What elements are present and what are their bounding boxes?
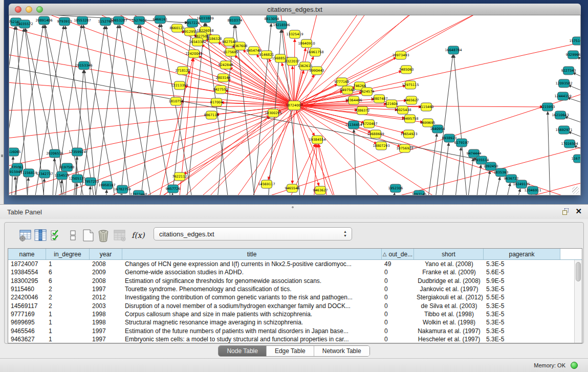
graph-node[interactable]: 17016504 [561,140,578,148]
table-cell[interactable]: Franke et al. (2009) [414,269,484,276]
table-cell[interactable]: 5.3E-5 [484,286,560,293]
table-cell[interactable]: 1998 [90,311,122,318]
graph-node[interactable]: 9197588 [60,163,75,171]
table-cell[interactable]: 6 [46,269,90,276]
graph-node[interactable]: 621604 [385,100,398,108]
table-row[interactable]: 1456911722003Disruption of a novel membe… [8,301,574,310]
graph-node[interactable]: 2367608 [233,42,248,50]
table-cell[interactable]: Estimation of significance thresholds fo… [122,277,382,285]
graph-hub-node[interactable]: 18724007 [286,101,302,110]
graph-node[interactable]: 8990443 [310,67,324,75]
graph-node[interactable]: 16720407 [360,120,377,128]
graph-node[interactable]: 917004 [210,98,223,106]
column-header-pagerank[interactable]: pagerank [484,249,560,259]
table-cell[interactable]: 5.5E-5 [484,294,560,301]
table-cell[interactable]: 0 [382,311,414,318]
tab-network-table[interactable]: Network Table [314,346,369,356]
table-cell[interactable]: 0 [382,269,414,276]
graph-node[interactable]: 9242848 [219,61,233,69]
network-canvas[interactable]: 7521609140355722089140697939131055328711… [9,15,580,195]
table-cell[interactable]: Investigating the contribution of common… [122,294,382,301]
close-panel-icon[interactable]: ✕ [575,207,582,216]
graph-node[interactable]: 9777169 [335,78,350,86]
table-cell[interactable]: 9115460 [8,286,46,293]
table-cell[interactable]: 2 [46,302,90,310]
table-cell[interactable]: 1997 [90,327,122,335]
table-cell[interactable]: 2 [46,286,90,293]
graph-node[interactable]: 20153346 [75,61,92,70]
table-cell[interactable]: 5.9E-5 [484,277,560,285]
table-cell[interactable]: 18300295 [8,277,46,285]
table-cell[interactable]: 5.3E-5 [484,327,560,335]
table-cell[interactable]: 2008 [90,277,122,285]
memory-status-icon[interactable] [571,362,578,369]
table-cell[interactable]: 5.3E-5 [484,336,560,343]
graph-node[interactable]: 9465546 [285,184,300,192]
column-header-title[interactable]: title [122,249,382,259]
graph-node[interactable]: 9793913 [57,17,72,26]
column-select-icon[interactable] [34,229,47,242]
graph-node[interactable]: 20891406 [35,16,52,25]
table-cell[interactable]: Nakamura et al. (1997) [414,327,484,335]
table-cell[interactable]: 2012 [90,294,122,301]
table-cell[interactable]: 5.3E-5 [484,302,560,310]
table-cell[interactable]: 18724007 [8,260,46,268]
table-cell[interactable]: 0 [382,294,414,301]
graph-node[interactable]: 8186328 [207,35,222,43]
table-cell[interactable]: Wolkin et al. (1998) [414,319,484,326]
table-settings-icon[interactable] [19,229,32,242]
graph-node[interactable]: 3624574 [360,87,375,96]
table-cell[interactable]: 0 [382,327,414,335]
table-cell[interactable]: 5.3E-5 [484,319,560,326]
table-cell[interactable]: 9777169 [8,311,46,318]
table-cell[interactable]: 1 [46,260,90,268]
table-row[interactable]: 946362711997Embryonic stem cells: a mode… [8,335,574,343]
graph-node[interactable]: 6179197 [454,139,469,147]
table-cell[interactable]: 1 [46,336,90,343]
graph-node[interactable]: 9465627 [404,96,419,104]
graph-node[interactable]: 12093582 [555,79,572,87]
table-cell[interactable]: Yano et al. (2008) [414,260,484,268]
scrollbar-thumb[interactable] [576,262,581,281]
table-cell[interactable]: Genome-wide association studies in ADHD. [122,269,382,276]
table-cell[interactable]: 14569117 [8,302,46,310]
table-cell[interactable]: Disruption of a novel member of a sodium… [122,302,382,310]
table-cell[interactable]: 0 [382,336,414,343]
table-cell[interactable]: 2003 [90,302,122,310]
table-cell[interactable]: 1 [46,311,90,318]
table-cell[interactable]: Changes of HCN gene expression and I(f) … [122,260,382,268]
table-row[interactable]: 946554611997Estimation of the future num… [8,326,574,335]
graph-node[interactable]: 1154519 [55,171,70,180]
table-cell[interactable]: Structural magnetic resonance image aver… [122,319,382,326]
table-cell[interactable]: 0 [382,319,414,326]
delete-table-icon[interactable] [97,229,110,242]
column-header-short[interactable]: short [414,249,484,259]
table-cell[interactable]: Stergiakouli et al. (2012) [414,294,484,301]
table-cell[interactable]: 1997 [90,286,122,293]
table-row[interactable]: 2242004622012Investigating the contribut… [8,293,574,301]
tab-node-table[interactable]: Node Table [219,346,267,356]
table-cell[interactable]: 9463627 [8,336,46,343]
table-cell[interactable]: Embryonic stem cells: a model to study s… [122,336,382,343]
graph-node[interactable]: 1810754 [169,97,184,105]
table-cell[interactable]: 1 [46,327,90,335]
graph-node[interactable]: 13325419 [286,30,303,38]
graph-node[interactable]: 10553287 [74,16,91,25]
graph-node[interactable]: 19654923 [400,130,417,138]
graph-node[interactable]: 9457726 [166,185,181,193]
rows-icon[interactable] [67,229,80,242]
graph-node[interactable]: 9227343 [561,67,576,75]
table-row[interactable]: 1830029562008Estimation of significance … [8,277,574,285]
graph-node[interactable]: 20206536 [46,149,63,158]
table-cell[interactable]: 1998 [90,319,122,326]
graph-node[interactable]: 19384554 [309,136,325,144]
graph-node[interactable]: 19495758 [401,115,418,123]
table-cell[interactable]: 0 [382,302,414,310]
table-cell[interactable]: 2 [46,294,90,301]
graph-node[interactable]: 8867110 [204,111,219,119]
table-cell[interactable]: 19384554 [8,269,46,276]
table-row[interactable]: 1938455462009Genome-wide association stu… [8,268,574,276]
table-cell[interactable]: Jankovic et al. (1997) [414,286,484,293]
new-table-icon[interactable] [81,229,95,242]
graph-node[interactable]: 1952306 [388,184,403,192]
